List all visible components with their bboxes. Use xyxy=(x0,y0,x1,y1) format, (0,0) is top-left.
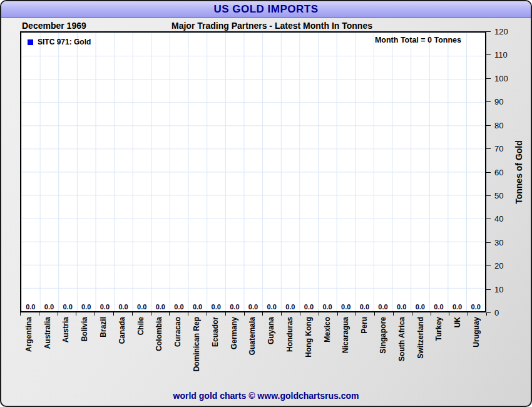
x-tick-mark xyxy=(39,312,39,316)
bar-value-label: 0.0 xyxy=(318,303,337,311)
x-tick-mark xyxy=(169,312,170,316)
y-tick-label: 70 xyxy=(494,144,503,153)
y-tick-mark xyxy=(486,31,491,32)
x-tick-mark xyxy=(468,312,468,316)
x-category-cell: Argentina xyxy=(20,317,39,389)
x-category-cell: Guyana xyxy=(262,317,281,389)
y-tick-mark xyxy=(486,242,491,243)
y-tick-label: 20 xyxy=(494,261,503,270)
bar-value-label: 0.0 xyxy=(466,303,485,311)
bar-cell xyxy=(300,33,319,311)
x-category-label: Germany xyxy=(230,317,238,349)
bar-value-label: 0.0 xyxy=(300,303,319,311)
x-tick-mark xyxy=(431,312,431,316)
bar-value-label: 0.0 xyxy=(262,303,281,311)
bar-value-label: 0.0 xyxy=(40,303,59,311)
x-tick-mark xyxy=(281,312,282,316)
x-tick-mark xyxy=(337,312,338,316)
bar-cell xyxy=(170,33,188,311)
x-category-label: Chile xyxy=(137,317,145,335)
y-tick-label: 80 xyxy=(494,120,503,130)
y-tick-mark xyxy=(486,265,491,266)
bar-value-label: 0.0 xyxy=(225,303,244,311)
chart-legend: SITC 971: Gold xyxy=(28,38,91,46)
bar-cell xyxy=(40,33,59,311)
x-category-cell: Brazil xyxy=(95,317,113,389)
y-tick-label: 40 xyxy=(494,214,503,224)
x-category-label: Peru xyxy=(361,317,369,334)
bar-cell xyxy=(244,33,263,311)
y-tick-mark xyxy=(486,54,491,55)
legend-marker-icon xyxy=(28,39,33,45)
bar-cell xyxy=(411,33,429,311)
x-tick-mark xyxy=(95,312,95,316)
x-category-cell: South Africa xyxy=(393,317,412,389)
x-category-cell: Guatemala xyxy=(244,317,263,389)
x-axis-labels: ArgentinaAustraliaAustriaBoliviaBrazilCa… xyxy=(20,317,486,389)
y-tick-mark xyxy=(486,172,491,173)
bar-cell xyxy=(225,33,244,311)
x-category-label: Curacao xyxy=(174,317,182,347)
x-tick-mark xyxy=(113,312,114,316)
bar-value-label: 0.0 xyxy=(170,303,188,311)
x-category-cell: Honduras xyxy=(281,317,300,389)
x-category-cell: Curacao xyxy=(169,317,188,389)
bar-value-label: 0.0 xyxy=(77,303,96,311)
y-tick-label: 120 xyxy=(494,27,508,36)
bar-value-label: 0.0 xyxy=(114,303,133,311)
bar-cell xyxy=(114,33,133,311)
x-category-cell: Hong Kong xyxy=(300,317,319,389)
x-category-label: Dominican Rep xyxy=(193,317,201,371)
bar-value-label: 0.0 xyxy=(281,303,300,311)
x-tick-mark xyxy=(76,312,76,316)
bar-value-label: 0.0 xyxy=(58,303,77,311)
x-tick-mark xyxy=(449,312,449,316)
y-tick-mark xyxy=(486,219,491,219)
x-tick-mark xyxy=(356,312,356,316)
x-category-label: Canada xyxy=(118,317,126,344)
x-category-cell: Dominican Rep xyxy=(188,317,207,389)
x-tick-mark xyxy=(58,312,58,316)
x-tick-mark xyxy=(486,312,487,316)
x-axis xyxy=(20,312,486,316)
x-category-cell: UK xyxy=(449,317,468,389)
page-title: US GOLD IMPORTS xyxy=(213,3,318,16)
y-tick-mark xyxy=(486,148,491,149)
bar-cell xyxy=(337,33,356,311)
x-category-cell: Australia xyxy=(39,317,58,389)
x-category-cell: Uruguay xyxy=(468,317,486,389)
x-category-label: Uruguay xyxy=(473,317,481,348)
x-tick-mark xyxy=(244,312,245,316)
x-tick-mark xyxy=(412,312,412,316)
x-category-cell: Nicaragua xyxy=(337,317,356,389)
plot-area: SITC 971: Gold Month Total = 0 Tonnes 0.… xyxy=(20,31,486,312)
x-tick-mark xyxy=(319,312,319,316)
x-category-cell: Peru xyxy=(356,317,374,389)
bar-cell xyxy=(429,33,448,311)
bar-cell xyxy=(207,33,225,311)
y-tick-mark xyxy=(486,125,491,126)
y-tick-label: 110 xyxy=(494,50,508,59)
x-tick-mark xyxy=(300,312,300,316)
x-category-label: Brazil xyxy=(100,317,108,337)
bar-cell xyxy=(374,33,392,311)
x-tick-mark xyxy=(374,312,375,316)
bar-value-label: 0.0 xyxy=(429,303,448,311)
bar-value-label: 0.0 xyxy=(207,303,225,311)
x-category-cell: Colombia xyxy=(151,317,170,389)
x-category-label: Singapore xyxy=(379,317,387,354)
bar-value-label: 0.0 xyxy=(21,303,40,311)
x-category-label: Honduras xyxy=(286,317,294,352)
x-category-label: Mexico xyxy=(324,317,332,343)
x-category-label: South Africa xyxy=(398,317,406,361)
y-tick-mark xyxy=(486,195,491,196)
x-category-cell: Bolivia xyxy=(76,317,95,389)
bar-cell xyxy=(448,33,467,311)
chart-subtitle: Major Trading Partners - Latest Month In… xyxy=(39,21,505,31)
bar-value-label: 0.0 xyxy=(356,303,374,311)
y-tick-label: 30 xyxy=(494,237,503,247)
y-tick-label: 10 xyxy=(494,284,503,294)
bar-cell xyxy=(96,33,115,311)
bars-container xyxy=(21,33,485,311)
x-category-label: Turkey xyxy=(435,317,443,341)
